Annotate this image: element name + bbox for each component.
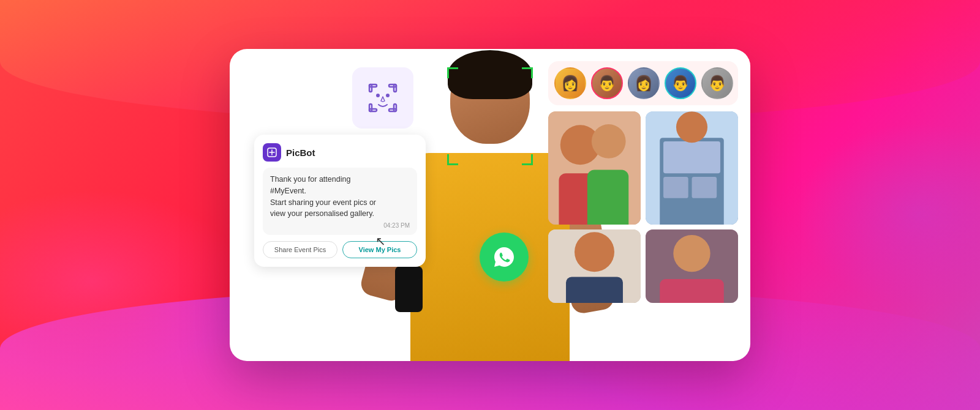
photo-grid [548, 111, 738, 303]
avatar-3: 👩 [628, 67, 660, 99]
faceid-icon [364, 80, 401, 116]
main-card: PicBot Thank you for attending #MyEvent.… [230, 49, 750, 361]
share-event-pics-button[interactable]: Share Event Pics [263, 241, 337, 258]
svg-rect-28 [660, 279, 724, 303]
svg-point-21 [676, 111, 707, 143]
cursor-icon: ↖ [375, 234, 386, 248]
gallery-panel: 👩 👨 👩 👨 👨 [548, 61, 738, 303]
svg-rect-1 [369, 84, 372, 92]
face-scan-box [352, 67, 413, 129]
photo-cell-3 [548, 229, 641, 303]
whatsapp-icon [491, 244, 518, 270]
svg-rect-24 [566, 277, 623, 303]
svg-rect-20 [692, 177, 717, 198]
photo-cell-4 [646, 229, 738, 303]
photo-cell-2 [646, 111, 738, 225]
face-scan-container [352, 67, 413, 129]
avatar-2-highlighted: 👨 [591, 67, 623, 99]
svg-rect-3 [394, 84, 396, 92]
avatar-1: 👩 [554, 67, 586, 99]
svg-point-27 [673, 235, 710, 272]
avatar-5: 👨 [701, 67, 733, 99]
person-hair [448, 50, 532, 99]
chat-message-text: Thank you for attending #MyEvent. Start … [270, 174, 410, 220]
picbot-name-label: PicBot [286, 147, 315, 158]
svg-rect-18 [663, 141, 720, 173]
svg-point-23 [575, 232, 614, 272]
svg-point-9 [386, 94, 390, 97]
whatsapp-bubble [480, 233, 529, 281]
svg-rect-7 [394, 104, 396, 111]
avatar-4-teal: 👨 [665, 67, 696, 99]
svg-rect-5 [369, 104, 372, 111]
svg-rect-15 [587, 170, 628, 225]
svg-point-13 [592, 124, 626, 158]
chat-card: PicBot Thank you for attending #MyEvent.… [254, 135, 426, 267]
chat-message-box: Thank you for attending #MyEvent. Start … [263, 168, 417, 235]
avatar-row: 👩 👨 👩 👨 👨 [548, 61, 738, 105]
chat-buttons: Share Event Pics View My Pics [263, 241, 417, 258]
chat-timestamp: 04:23 PM [270, 222, 410, 229]
phone-in-hand [395, 266, 423, 312]
chat-header: PicBot [263, 143, 417, 162]
svg-point-8 [376, 94, 380, 97]
svg-rect-19 [663, 177, 688, 198]
photo-cell-1 [548, 111, 641, 225]
picbot-icon [263, 143, 281, 162]
